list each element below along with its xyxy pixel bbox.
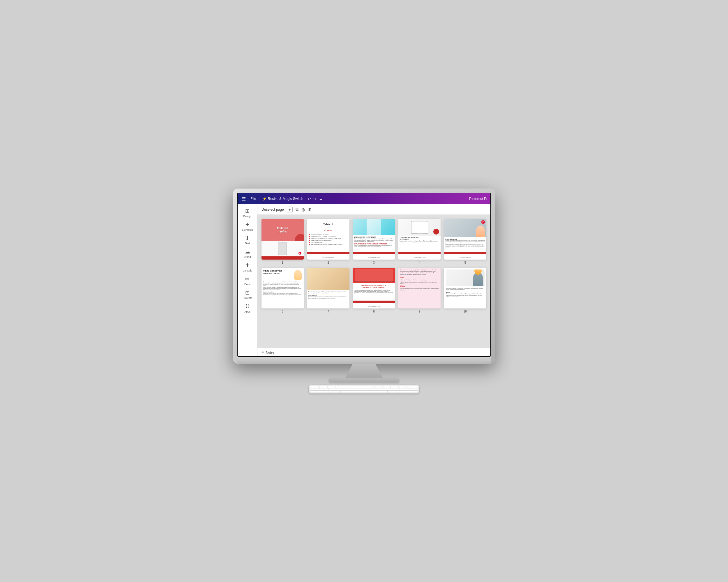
sidebar-item-text[interactable]: T Text: [239, 233, 256, 247]
page-item-7: Most of the images used by successful co…: [307, 268, 349, 313]
page-num-10: 10: [464, 310, 467, 313]
notes-bar: ✏ Notes: [257, 348, 490, 356]
monitor-frame: ☰ File › ⚡ Resize & Magic Switch ↩ ↪ ☁ P…: [233, 189, 495, 364]
hide-page-icon[interactable]: ◎: [302, 207, 305, 212]
file-menu[interactable]: File: [249, 196, 258, 201]
page-thumb-6[interactable]: VIRAL MARKETINGWITH PINTEREST Viral mark…: [261, 268, 304, 308]
cloud-save-icon[interactable]: ☁: [319, 197, 323, 201]
apps-label: Apps: [244, 310, 251, 313]
sidebar-item-apps[interactable]: ⠿ Apps: [239, 302, 256, 315]
page-thumb-9[interactable]: Pinterest is a social image sharing webs…: [398, 268, 441, 308]
uploads-label: Uploads: [242, 269, 252, 272]
add-page-icon[interactable]: +: [287, 206, 293, 213]
screen: ☰ File › ⚡ Resize & Magic Switch ↩ ↪ ☁ P…: [238, 193, 490, 356]
text-icon: T: [245, 235, 249, 241]
notes-label[interactable]: Notes: [266, 351, 274, 354]
topbar-actions: ↩ ↪ ☁: [308, 197, 323, 201]
brand-label: Brand: [244, 255, 251, 258]
page-num-4: 4: [419, 261, 420, 264]
page-num-6: 6: [282, 310, 284, 313]
draw-icon: ✏: [245, 276, 250, 282]
sidebar-item-design[interactable]: ⊞ Design: [239, 206, 256, 219]
brand-icon: ☁: [245, 249, 250, 255]
sidebar: ⊞ Design ✦ Elements T Text: [238, 204, 257, 356]
page-num-1: 1: [282, 261, 284, 264]
monitor-stand-base: [329, 378, 399, 382]
projects-label: Projects: [242, 297, 252, 300]
page-item-9: Pinterest is a social image sharing webs…: [398, 268, 441, 313]
design-icon: ⊞: [245, 208, 250, 214]
page-num-8: 8: [373, 310, 375, 313]
page-item-6: VIRAL MARKETINGWITH PINTEREST Viral mark…: [261, 268, 304, 313]
page-item-2: Table of Content INTRODUCTION TO PI: [307, 219, 349, 264]
elements-label: Elements: [242, 228, 253, 231]
sidebar-item-draw[interactable]: ✏ Draw: [239, 274, 256, 287]
page-item-3: INTRODUCTION TO PINTEREST Pinterest is a…: [353, 219, 395, 264]
content-area: Deselect page + ⧉ ◎ 🗑: [257, 204, 490, 356]
elements-icon: ✦: [245, 221, 250, 228]
page-item-10: Here are the essentials to high-profile …: [444, 268, 486, 313]
notes-icon: ✏: [261, 350, 264, 354]
page-thumb-7[interactable]: Most of the images used by successful co…: [307, 268, 349, 308]
page-num-5: 5: [465, 261, 466, 264]
pages-row-1: PinterestProfits P: [261, 219, 486, 264]
page-num-9: 9: [419, 310, 420, 313]
canvas-area[interactable]: PinterestProfits P: [257, 215, 490, 348]
page-thumb-5[interactable]: P Image Showcase One of the most powerfu…: [444, 219, 486, 259]
projects-icon: ⊡: [245, 289, 250, 296]
nav-divider: ›: [259, 197, 261, 201]
page-thumb-4[interactable]: EXPLOITING THE POPULARITYOF PINTEREST Im…: [398, 219, 441, 259]
sidebar-item-uploads[interactable]: ⬆ Uploads: [239, 260, 256, 274]
sidebar-item-brand[interactable]: ☁ Brand: [239, 247, 256, 260]
project-title: Pinterest Pr: [469, 197, 488, 201]
resize-icon: ⚡: [262, 197, 267, 201]
hamburger-icon[interactable]: ☰: [240, 196, 247, 202]
page-thumb-2[interactable]: Table of Content INTRODUCTION TO PI: [307, 219, 349, 259]
uploads-icon: ⬆: [245, 262, 250, 269]
deselect-label[interactable]: Deselect page: [261, 207, 284, 212]
sidebar-item-projects[interactable]: ⊡ Projects: [239, 288, 256, 301]
page-num-2: 2: [327, 261, 329, 264]
page-num-7: 7: [327, 310, 329, 313]
redo-icon[interactable]: ↪: [313, 197, 316, 201]
page-item-1: PinterestProfits P: [261, 219, 304, 264]
topbar: ☰ File › ⚡ Resize & Magic Switch ↩ ↪ ☁ P…: [238, 193, 490, 204]
pages-row-2: VIRAL MARKETINGWITH PINTEREST Viral mark…: [261, 268, 486, 313]
page-item-5: P Image Showcase One of the most powerfu…: [444, 219, 486, 264]
page-thumb-8[interactable]: MAXIMIZING EXPOSURE FORUNLIMITED FREE TR…: [353, 268, 395, 308]
design-label: Design: [243, 215, 251, 218]
monitor-stand-top: [345, 364, 383, 378]
undo-icon[interactable]: ↩: [308, 197, 311, 201]
draw-label: Draw: [244, 283, 251, 286]
page-item-4: EXPLOITING THE POPULARITYOF PINTEREST Im…: [398, 219, 441, 264]
keyboard: [309, 385, 419, 393]
monitor-chin: [237, 357, 491, 364]
apps-icon: ⠿: [245, 303, 249, 310]
page-thumb-3[interactable]: INTRODUCTION TO PINTEREST Pinterest is a…: [353, 219, 395, 259]
toolbar: Deselect page + ⧉ ◎ 🗑: [257, 204, 490, 215]
main-layout: ⊞ Design ✦ Elements T Text: [238, 204, 490, 356]
copy-page-icon[interactable]: ⧉: [295, 207, 298, 212]
text-label: Text: [245, 242, 250, 245]
page-item-8: MAXIMIZING EXPOSURE FORUNLIMITED FREE TR…: [353, 268, 395, 313]
page-thumb-10[interactable]: Here are the essentials to high-profile …: [444, 268, 486, 308]
delete-page-icon[interactable]: 🗑: [308, 207, 312, 212]
sidebar-item-elements[interactable]: ✦ Elements: [239, 220, 256, 233]
app-container: ☰ File › ⚡ Resize & Magic Switch ↩ ↪ ☁ P…: [238, 193, 490, 356]
resize-magic-label[interactable]: ⚡ Resize & Magic Switch: [262, 197, 303, 201]
page-thumb-1[interactable]: PinterestProfits P: [261, 219, 304, 259]
page-num-3: 3: [373, 261, 375, 264]
